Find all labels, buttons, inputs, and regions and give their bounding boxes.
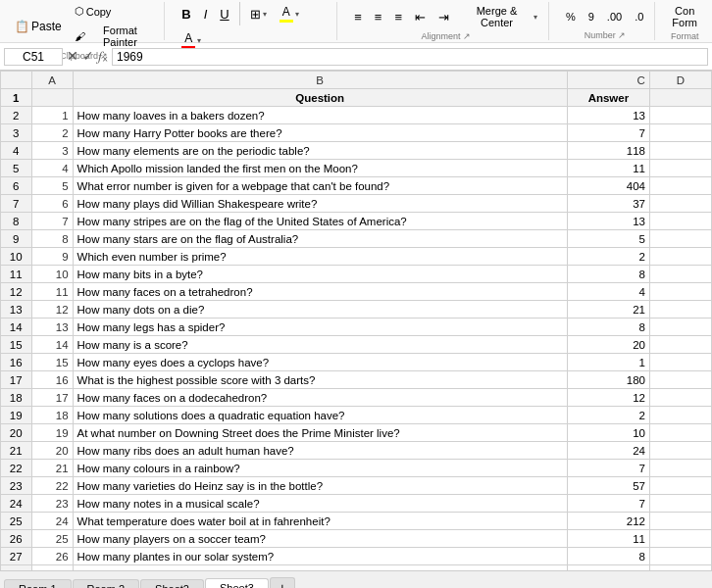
cell-c10[interactable]: 2	[567, 248, 649, 266]
cell-b22[interactable]: How many colours in a rainbow?	[73, 460, 567, 477]
cell-c24[interactable]: 7	[567, 495, 649, 513]
cell-a5[interactable]: 4	[31, 160, 73, 177]
cell-d18[interactable]	[649, 389, 711, 407]
cell-d6[interactable]	[649, 177, 711, 195]
cell-d21[interactable]	[649, 442, 711, 460]
cell-c22[interactable]: 7	[567, 460, 649, 477]
tab-sheet2[interactable]: Sheet2	[140, 579, 204, 588]
col-header-c[interactable]: C	[567, 72, 649, 89]
cell-d19[interactable]	[649, 407, 711, 424]
cell-b3[interactable]: How many Harry Potter books are there?	[73, 124, 567, 142]
paste-button[interactable]: 📋 Paste	[10, 17, 67, 36]
fill-color-dropdown-arrow[interactable]: ▾	[295, 10, 299, 19]
cell-b5[interactable]: Which Apollo mission landed the first me…	[73, 160, 567, 177]
cell-a18[interactable]: 17	[31, 389, 73, 407]
cell-b15[interactable]: How many is a score?	[73, 336, 567, 354]
indent-decrease-button[interactable]: ⇤	[410, 7, 431, 27]
cell-d20[interactable]	[649, 424, 711, 442]
cell-a13[interactable]: 12	[31, 301, 73, 318]
add-sheet-button[interactable]: +	[270, 577, 295, 588]
align-right-button[interactable]: ≡	[389, 7, 407, 27]
cell-a19[interactable]: 18	[31, 407, 73, 424]
cell-a25[interactable]: 24	[31, 513, 73, 530]
borders-button[interactable]: ⊞ ▾	[245, 4, 272, 24]
cell-d3[interactable]	[649, 124, 711, 142]
cell-a14[interactable]: 13	[31, 318, 73, 336]
merge-center-button[interactable]: Merge & Center ▾	[457, 2, 542, 31]
copy-button[interactable]: ⬡ Copy	[70, 2, 159, 21]
cell-b25[interactable]: What temperature does water boil at in f…	[73, 513, 567, 530]
formula-input[interactable]	[112, 48, 708, 66]
cell-a15[interactable]: 14	[31, 336, 73, 354]
cell-c27[interactable]: 8	[567, 548, 649, 565]
cell-d2[interactable]	[649, 107, 711, 124]
decrease-decimal-button[interactable]: .00	[602, 8, 627, 25]
cell-a27[interactable]: 26	[31, 548, 73, 565]
comma-style-button[interactable]: 9	[584, 8, 599, 25]
cell-b27[interactable]: How many plantes in our solar system?	[73, 548, 567, 565]
cell-d27[interactable]	[649, 548, 711, 565]
cell-c26[interactable]: 11	[567, 530, 649, 548]
cell-d4[interactable]	[649, 142, 711, 160]
cell-b13[interactable]: How many dots on a die?	[73, 301, 567, 318]
cell-c13[interactable]: 21	[567, 301, 649, 318]
tab-sheet3[interactable]: Sheet3	[205, 578, 269, 588]
cell-d25[interactable]	[649, 513, 711, 530]
tab-room1[interactable]: Room 1	[4, 579, 72, 588]
cell-c9[interactable]: 5	[567, 230, 649, 248]
cell-a4[interactable]: 3	[31, 142, 73, 160]
cell-b11[interactable]: How many bits in a byte?	[73, 266, 567, 283]
cell-a20[interactable]: 19	[31, 424, 73, 442]
cell-d1[interactable]	[649, 89, 711, 107]
cell-b8[interactable]: How many stripes are on the flag of the …	[73, 213, 567, 230]
align-left-button[interactable]: ≡	[349, 7, 367, 27]
formula-confirm-icon[interactable]: ✓	[82, 48, 94, 65]
cell-b6[interactable]: What error number is given for a webpage…	[73, 177, 567, 195]
cell-b18[interactable]: How many faces on a dodecahedron?	[73, 389, 567, 407]
cell-a6[interactable]: 5	[31, 177, 73, 195]
cell-d11[interactable]	[649, 266, 711, 283]
cell-c3[interactable]: 7	[567, 124, 649, 142]
cell-c16[interactable]: 1	[567, 354, 649, 371]
cell-d10[interactable]	[649, 248, 711, 266]
cell-a10[interactable]: 9	[31, 248, 73, 266]
increase-decimal-button[interactable]: .0	[630, 8, 648, 25]
cell-c4[interactable]: 118	[567, 142, 649, 160]
formula-cancel-icon[interactable]: ✕	[67, 48, 78, 65]
col-header-b[interactable]: B	[73, 72, 567, 89]
number-expand-icon[interactable]: ↗	[618, 30, 626, 40]
cell-c18[interactable]: 12	[567, 389, 649, 407]
cell-b14[interactable]: How many legs has a spider?	[73, 318, 567, 336]
cell-b21[interactable]: How many ribs does an adult human have?	[73, 442, 567, 460]
cell-b1[interactable]: Question	[73, 89, 567, 107]
fill-color-button[interactable]: A ▾	[275, 2, 304, 25]
tab-room2[interactable]: Room 2	[73, 579, 140, 588]
cell-d15[interactable]	[649, 336, 711, 354]
cell-c15[interactable]: 20	[567, 336, 649, 354]
cell-c2[interactable]: 13	[567, 107, 649, 124]
cell-a9[interactable]: 8	[31, 230, 73, 248]
col-header-d[interactable]: D	[649, 72, 711, 89]
cell-c19[interactable]: 2	[567, 407, 649, 424]
cell-b26[interactable]: How many players on a soccer team?	[73, 530, 567, 548]
cell-c14[interactable]: 8	[567, 318, 649, 336]
cell-b9[interactable]: How many stars are on the flag of Austra…	[73, 230, 567, 248]
col-header-a[interactable]: A	[31, 72, 73, 89]
cell-c1[interactable]: Answer	[567, 89, 649, 107]
cell-d12[interactable]	[649, 283, 711, 301]
cell-reference-input[interactable]	[4, 48, 63, 66]
merge-dropdown-arrow[interactable]: ▾	[534, 13, 537, 22]
cell-b2[interactable]: How many loaves in a bakers dozen?	[73, 107, 567, 124]
cell-c25[interactable]: 212	[567, 513, 649, 530]
cell-a26[interactable]: 25	[31, 530, 73, 548]
cell-d13[interactable]	[649, 301, 711, 318]
formula-insert-icon[interactable]: 𝑓ₓ	[98, 48, 108, 65]
cell-d14[interactable]	[649, 318, 711, 336]
cell-d16[interactable]	[649, 354, 711, 371]
cell-b19[interactable]: How many solutions does a quadratic equa…	[73, 407, 567, 424]
cell-d24[interactable]	[649, 495, 711, 513]
cell-b12[interactable]: How many faces on a tetrahedron?	[73, 283, 567, 301]
cell-d26[interactable]	[649, 530, 711, 548]
cell-c5[interactable]: 11	[567, 160, 649, 177]
cell-c6[interactable]: 404	[567, 177, 649, 195]
